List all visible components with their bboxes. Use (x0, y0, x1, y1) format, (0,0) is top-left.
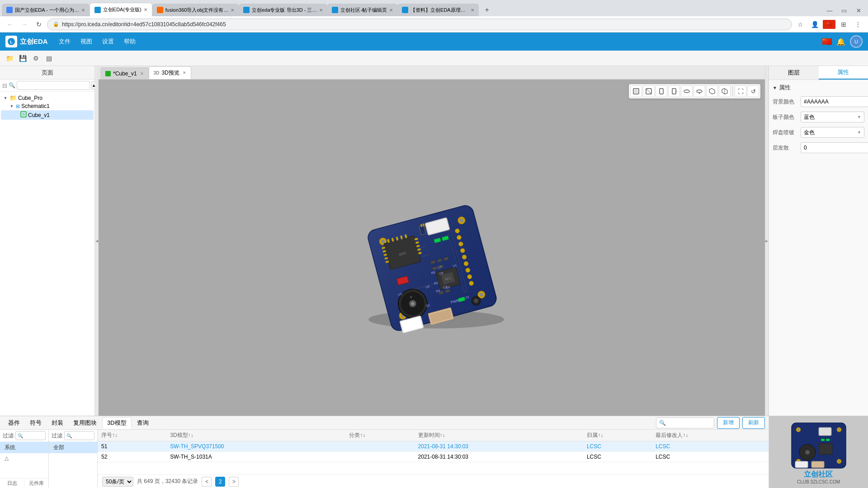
browser-tab-4[interactable]: 立创eda专业版 导出3D - 三… ✕ (239, 4, 327, 16)
tab6-close[interactable]: ✕ (471, 8, 474, 13)
tab2-close[interactable]: ✕ (144, 7, 147, 12)
sidebar-filter-icon[interactable]: ⊟ (2, 82, 7, 89)
browser-tab-2[interactable]: 立创EDA(专业版) ✕ (90, 3, 152, 16)
category-arrow[interactable]: △ (0, 453, 48, 463)
col-category[interactable]: 分类↑↓ (345, 430, 414, 441)
tree-item-schematic1[interactable]: ▼ ⊞ Schematic1 (1, 102, 94, 110)
tab-layers[interactable]: 图层 (769, 66, 819, 80)
fullscreen-btn[interactable]: ⛶ (735, 85, 746, 97)
browser-tab-1[interactable]: 国产立创EDA - 一个用心为… ✕ (2, 4, 90, 16)
extensions-icon[interactable]: ⊞ (837, 18, 850, 31)
bottom-tab-footprints[interactable]: 封装 (47, 417, 68, 429)
menu-settings[interactable]: 设置 (98, 36, 118, 47)
tab3-close[interactable]: ✕ (231, 8, 234, 13)
col-owner[interactable]: 归属↑↓ (583, 430, 652, 441)
col-modifier[interactable]: 最后修改人↑↓ (652, 430, 769, 441)
col-index[interactable]: 序号↑↓ (98, 430, 166, 441)
tab1-close[interactable]: ✕ (81, 8, 85, 13)
browser-tab-5[interactable]: 立创社区-帖子编辑页 ✕ (327, 4, 397, 16)
per-page-select[interactable]: 50条/页 (102, 477, 133, 487)
pagination-row: 50条/页 共 649 页，32430 条记录 < 2 > (98, 474, 769, 488)
toolbar-save[interactable]: 💾 (17, 52, 28, 64)
view-top-btn[interactable] (681, 85, 693, 97)
properties-collapse-icon[interactable]: ▼ (773, 85, 777, 90)
flag-cn[interactable]: 🇨🇳 (822, 37, 832, 47)
next-page-btn[interactable]: > (229, 477, 239, 487)
file-tabs: *Cube_v1 ✕ 3D 3D预览 ✕ (99, 66, 765, 80)
model-link-52[interactable]: SW-TH_S-1031A (170, 454, 212, 460)
model-link-51[interactable]: SW-TH_SPVQ371500 (170, 443, 224, 450)
col-updated[interactable]: 更新时间↑↓ (415, 430, 583, 441)
prop-input-bg-color[interactable] (801, 96, 868, 107)
view-left-btn[interactable] (656, 85, 667, 97)
prev-page-btn[interactable]: < (202, 477, 212, 487)
view-back-btn[interactable] (643, 85, 655, 97)
close-button[interactable]: ✕ (853, 5, 864, 16)
footer-tab-library[interactable]: 日志 (0, 479, 24, 488)
file-tab-cube-v1[interactable]: *Cube_v1 ✕ (100, 67, 149, 79)
bottom-refresh-btn[interactable]: 刷新 (742, 417, 765, 429)
flag-icon[interactable]: 🇨🇳 (823, 20, 835, 29)
reset-view-btn[interactable]: ↺ (747, 85, 759, 97)
user-avatar[interactable]: U (850, 35, 863, 48)
forward-button[interactable]: → (18, 18, 31, 31)
app-logo[interactable]: L 立创EDA (5, 36, 48, 47)
menu-file[interactable]: 文件 (54, 36, 75, 47)
bottom-tab-query[interactable]: 查询 (132, 417, 153, 429)
view-front-btn[interactable] (630, 85, 642, 97)
col-model[interactable]: 3D模型↑↓ (166, 430, 345, 441)
svg-rect-9 (672, 89, 676, 94)
tab4-close[interactable]: ✕ (319, 8, 323, 13)
prop-input-spread[interactable] (801, 142, 868, 153)
category-all[interactable]: 全部 (49, 442, 97, 453)
bottom-tab-3d-models[interactable]: 3D模型 (102, 417, 132, 429)
address-bar[interactable]: 🔒 https://pro.lceda.cn/editor#id=4ed57c1… (47, 19, 792, 30)
expand-icon-cube-pro: ▼ (3, 96, 8, 100)
toolbar-preferences[interactable]: ⚙ (30, 52, 42, 64)
bookmark-icon[interactable]: ☆ (794, 18, 807, 31)
tree-item-cube-v1[interactable]: Cube_v1 (1, 110, 94, 120)
view-iso2-btn[interactable] (719, 85, 731, 97)
bottom-new-btn[interactable]: 新增 (717, 417, 740, 429)
prop-select-pad[interactable]: 金色 ▼ (801, 127, 864, 138)
settings-icon[interactable]: ⋮ (852, 18, 864, 31)
menu-view[interactable]: 视图 (76, 36, 97, 47)
tab5-close[interactable]: ✕ (389, 8, 393, 13)
file-tab-3d[interactable]: 3D 3D预览 ✕ (149, 66, 191, 79)
left-sidebar-collapse[interactable]: ◀ (95, 66, 99, 416)
tab-properties[interactable]: 属性 (819, 66, 868, 80)
profile-icon[interactable]: 👤 (808, 18, 821, 31)
browser-tab-6[interactable]: 【资料】立创EDA原理图库… ✕ (397, 4, 479, 16)
footer-tab-log[interactable]: 元件库 (24, 479, 48, 488)
file-tab-close-1[interactable]: ✕ (140, 71, 144, 76)
prop-select-board[interactable]: 蓝色 ▼ (801, 112, 864, 122)
view-iso-btn[interactable] (706, 85, 718, 97)
canvas-area[interactable]: ⛶ ↺ (99, 80, 765, 416)
bottom-search-input[interactable] (669, 418, 714, 428)
right-sidebar-collapse[interactable]: ▶ (765, 66, 769, 416)
toolbar-open-folder[interactable]: 📁 (4, 52, 15, 64)
view-bottom-btn[interactable] (693, 85, 705, 97)
sidebar-search-icon[interactable]: 🔍 (9, 82, 15, 89)
notification-icon[interactable]: 🔔 (836, 38, 845, 46)
menu-help[interactable]: 帮助 (119, 36, 140, 47)
maximize-button[interactable]: ▭ (838, 5, 850, 16)
bottom-tab-components[interactable]: 器件 (4, 417, 24, 429)
category-system[interactable]: 系统 (0, 442, 48, 453)
minimize-button[interactable]: — (824, 5, 835, 16)
bottom-tab-symbols[interactable]: 符号 (25, 417, 46, 429)
view-right-btn[interactable] (668, 85, 680, 97)
new-tab-button[interactable]: + (481, 4, 493, 16)
back-button[interactable]: ← (4, 18, 16, 31)
table-row-51[interactable]: 51 SW-TH_SPVQ371500 2021-08-31 14:30:03 … (98, 441, 769, 452)
tree-item-cube-pro[interactable]: ▼ 📁 Cube_Pro (1, 94, 94, 102)
sidebar-search-input[interactable] (17, 81, 90, 90)
file-tab-close-2[interactable]: ✕ (183, 70, 186, 75)
toolbar-terminal[interactable]: ▤ (43, 52, 55, 64)
current-page-btn[interactable]: 2 (215, 477, 225, 487)
browser-tab-3[interactable]: fusion360导入obj文件没有… ✕ (152, 4, 239, 16)
refresh-button[interactable]: ↻ (33, 18, 45, 31)
right-panel-tabs: 图层 属性 (769, 66, 868, 80)
table-row-52[interactable]: 52 SW-TH_S-1031A 2021-08-31 14:30:03 LCS… (98, 452, 769, 462)
bottom-tab-reuse-blocks[interactable]: 复用图块 (69, 417, 101, 429)
